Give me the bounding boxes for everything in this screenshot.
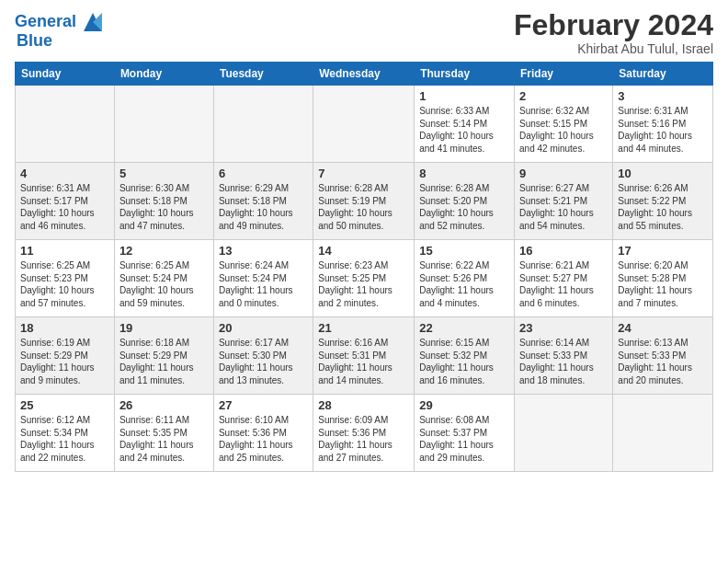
day-info: Sunrise: 6:32 AM Sunset: 5:15 PM Dayligh… [519,105,608,155]
day-info: Sunrise: 6:28 AM Sunset: 5:19 PM Dayligh… [318,182,409,232]
day-info: Sunrise: 6:14 AM Sunset: 5:33 PM Dayligh… [519,337,608,386]
day-number: 26 [119,398,209,412]
day-number: 13 [219,244,308,258]
day-number: 18 [20,321,109,335]
day-number: 12 [119,244,209,258]
day-info: Sunrise: 6:09 AM Sunset: 5:36 PM Dayligh… [318,414,409,464]
col-thursday: Thursday [415,63,515,86]
calendar-cell: 28Sunrise: 6:09 AM Sunset: 5:36 PM Dayli… [313,395,415,472]
calendar-cell: 6Sunrise: 6:29 AM Sunset: 5:18 PM Daylig… [213,163,313,240]
day-info: Sunrise: 6:28 AM Sunset: 5:20 PM Dayligh… [419,182,509,232]
day-info: Sunrise: 6:12 AM Sunset: 5:34 PM Dayligh… [20,414,109,464]
logo-icon [80,9,106,35]
day-info: Sunrise: 6:08 AM Sunset: 5:37 PM Dayligh… [419,414,509,464]
calendar-cell: 16Sunrise: 6:21 AM Sunset: 5:27 PM Dayli… [515,240,613,317]
day-info: Sunrise: 6:16 AM Sunset: 5:31 PM Dayligh… [318,337,409,386]
calendar-cell: 2Sunrise: 6:32 AM Sunset: 5:15 PM Daylig… [515,86,613,163]
calendar-cell [313,86,415,163]
calendar-table: Sunday Monday Tuesday Wednesday Thursday… [15,62,713,472]
day-info: Sunrise: 6:31 AM Sunset: 5:17 PM Dayligh… [20,182,109,232]
calendar-cell: 27Sunrise: 6:10 AM Sunset: 5:36 PM Dayli… [213,395,313,472]
calendar-cell: 12Sunrise: 6:25 AM Sunset: 5:24 PM Dayli… [114,240,213,317]
day-number: 11 [20,244,109,258]
col-wednesday: Wednesday [313,63,415,86]
calendar-cell: 18Sunrise: 6:19 AM Sunset: 5:29 PM Dayli… [16,317,115,395]
calendar-title: February 2024 [514,9,713,41]
day-info: Sunrise: 6:13 AM Sunset: 5:33 PM Dayligh… [618,337,708,386]
day-number: 16 [519,244,608,258]
day-info: Sunrise: 6:20 AM Sunset: 5:28 PM Dayligh… [618,259,708,309]
day-info: Sunrise: 6:24 AM Sunset: 5:24 PM Dayligh… [219,259,308,309]
day-info: Sunrise: 6:17 AM Sunset: 5:30 PM Dayligh… [219,337,308,386]
day-number: 23 [519,321,608,335]
calendar-cell: 26Sunrise: 6:11 AM Sunset: 5:35 PM Dayli… [114,395,213,472]
calendar-cell: 29Sunrise: 6:08 AM Sunset: 5:37 PM Dayli… [415,395,515,472]
calendar-cell: 10Sunrise: 6:26 AM Sunset: 5:22 PM Dayli… [613,163,713,240]
day-info: Sunrise: 6:26 AM Sunset: 5:22 PM Dayligh… [618,182,708,232]
calendar-cell: 8Sunrise: 6:28 AM Sunset: 5:20 PM Daylig… [415,163,515,240]
calendar-cell: 25Sunrise: 6:12 AM Sunset: 5:34 PM Dayli… [16,395,115,472]
day-info: Sunrise: 6:27 AM Sunset: 5:21 PM Dayligh… [519,182,608,232]
calendar-cell: 3Sunrise: 6:31 AM Sunset: 5:16 PM Daylig… [613,86,713,163]
day-info: Sunrise: 6:19 AM Sunset: 5:29 PM Dayligh… [20,337,109,386]
calendar-subtitle: Khirbat Abu Tulul, Israel [514,41,713,56]
day-info: Sunrise: 6:21 AM Sunset: 5:27 PM Dayligh… [519,259,608,309]
calendar-cell: 23Sunrise: 6:14 AM Sunset: 5:33 PM Dayli… [515,317,613,395]
day-info: Sunrise: 6:23 AM Sunset: 5:25 PM Dayligh… [318,259,409,309]
calendar-cell: 17Sunrise: 6:20 AM Sunset: 5:28 PM Dayli… [613,240,713,317]
day-number: 6 [219,167,308,180]
day-info: Sunrise: 6:15 AM Sunset: 5:32 PM Dayligh… [419,337,509,386]
day-number: 5 [119,167,209,180]
day-info: Sunrise: 6:30 AM Sunset: 5:18 PM Dayligh… [119,182,209,232]
day-number: 10 [618,167,708,180]
calendar-cell [613,395,713,472]
day-number: 2 [519,89,608,103]
header-row: Sunday Monday Tuesday Wednesday Thursday… [16,63,713,86]
day-number: 27 [219,398,308,412]
day-number: 4 [20,167,109,180]
day-info: Sunrise: 6:10 AM Sunset: 5:36 PM Dayligh… [219,414,308,464]
logo: General Blue [15,9,106,51]
day-info: Sunrise: 6:25 AM Sunset: 5:23 PM Dayligh… [20,259,109,309]
day-info: Sunrise: 6:22 AM Sunset: 5:26 PM Dayligh… [419,259,509,309]
day-number: 3 [618,89,708,103]
calendar-cell: 20Sunrise: 6:17 AM Sunset: 5:30 PM Dayli… [213,317,313,395]
page: General Blue February 2024 Khirbat Abu T… [0,0,728,563]
calendar-cell [515,395,613,472]
calendar-cell [213,86,313,163]
col-tuesday: Tuesday [213,63,313,86]
calendar-row-4: 25Sunrise: 6:12 AM Sunset: 5:34 PM Dayli… [16,395,713,472]
day-info: Sunrise: 6:18 AM Sunset: 5:29 PM Dayligh… [119,337,209,386]
calendar-cell: 22Sunrise: 6:15 AM Sunset: 5:32 PM Dayli… [415,317,515,395]
day-info: Sunrise: 6:11 AM Sunset: 5:35 PM Dayligh… [119,414,209,464]
day-number: 8 [419,167,509,180]
calendar-cell: 7Sunrise: 6:28 AM Sunset: 5:19 PM Daylig… [313,163,415,240]
calendar-cell [16,86,115,163]
day-number: 25 [20,398,109,412]
calendar-cell: 19Sunrise: 6:18 AM Sunset: 5:29 PM Dayli… [114,317,213,395]
day-info: Sunrise: 6:29 AM Sunset: 5:18 PM Dayligh… [219,182,308,232]
day-number: 15 [419,244,509,258]
col-friday: Friday [515,63,613,86]
calendar-row-1: 4Sunrise: 6:31 AM Sunset: 5:17 PM Daylig… [16,163,713,240]
day-number: 20 [219,321,308,335]
calendar-cell: 11Sunrise: 6:25 AM Sunset: 5:23 PM Dayli… [16,240,115,317]
day-number: 24 [618,321,708,335]
day-number: 29 [419,398,509,412]
header: General Blue February 2024 Khirbat Abu T… [15,9,713,56]
title-block: February 2024 Khirbat Abu Tulul, Israel [514,9,713,56]
day-info: Sunrise: 6:31 AM Sunset: 5:16 PM Dayligh… [618,105,708,155]
calendar-cell: 1Sunrise: 6:33 AM Sunset: 5:14 PM Daylig… [415,86,515,163]
day-number: 21 [318,321,409,335]
day-number: 17 [618,244,708,258]
day-number: 28 [318,398,409,412]
calendar-cell: 21Sunrise: 6:16 AM Sunset: 5:31 PM Dayli… [313,317,415,395]
calendar-cell: 9Sunrise: 6:27 AM Sunset: 5:21 PM Daylig… [515,163,613,240]
calendar-cell: 14Sunrise: 6:23 AM Sunset: 5:25 PM Dayli… [313,240,415,317]
day-number: 9 [519,167,608,180]
day-number: 19 [119,321,209,335]
col-monday: Monday [114,63,213,86]
day-number: 14 [318,244,409,258]
day-info: Sunrise: 6:33 AM Sunset: 5:14 PM Dayligh… [419,105,509,155]
calendar-cell: 13Sunrise: 6:24 AM Sunset: 5:24 PM Dayli… [213,240,313,317]
